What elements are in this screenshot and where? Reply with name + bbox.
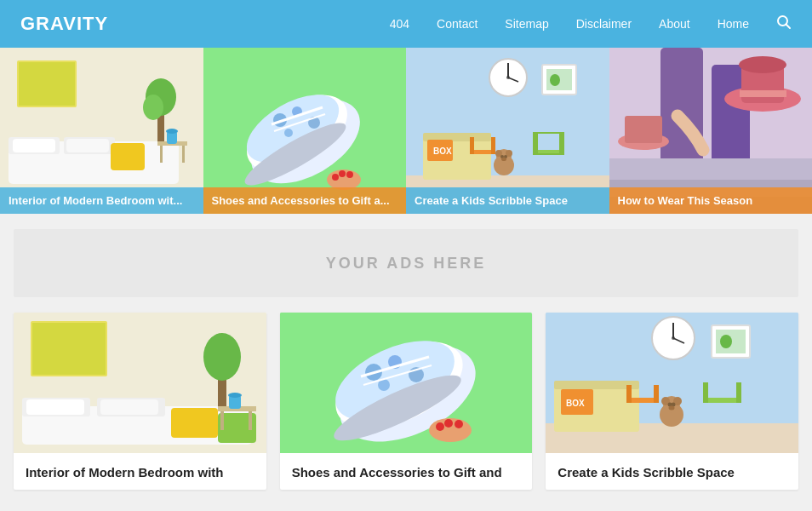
nav-item-home[interactable]: Home <box>718 17 749 31</box>
nav-item-about[interactable]: About <box>659 17 690 31</box>
svg-point-31 <box>346 171 353 178</box>
nav-item-404[interactable]: 404 <box>390 17 409 31</box>
svg-rect-9 <box>66 139 109 152</box>
card-shoes[interactable]: Shoes and Accessories to Gift and <box>280 313 533 490</box>
card-bedroom[interactable]: Interior of Modern Bedroom with <box>14 313 266 490</box>
svg-point-100 <box>455 420 463 428</box>
ads-banner: YOUR ADS HERE <box>14 229 798 297</box>
search-icon[interactable] <box>776 14 792 33</box>
cards-grid: Interior of Modern Bedroom with <box>0 313 812 507</box>
card-image-shoes <box>280 313 533 453</box>
nav-item-contact[interactable]: Contact <box>437 17 477 31</box>
svg-rect-15 <box>160 146 163 163</box>
svg-text:BOX: BOX <box>566 399 585 408</box>
card-title-bedroom: Interior of Modern Bedroom with <box>26 463 254 481</box>
card-body-kids: Create a Kids Scribble Space <box>546 453 798 490</box>
featured-slider: Interior of Modern Bedroom wit... <box>0 48 812 214</box>
svg-rect-73 <box>32 323 106 375</box>
card-body-bedroom: Interior of Modern Bedroom with <box>14 453 266 490</box>
card-body-shoes: Shoes and Accessories to Gift and <box>280 453 533 490</box>
svg-point-58 <box>501 158 506 161</box>
featured-caption-shoes: Shoes and Accessories to Gift a... <box>203 187 407 214</box>
svg-point-64 <box>739 56 786 73</box>
nav-item-sitemap[interactable]: Sitemap <box>505 17 548 31</box>
svg-rect-16 <box>182 146 185 163</box>
nav-item-disclaimer[interactable]: Disclaimer <box>576 17 632 31</box>
svg-point-82 <box>203 333 241 381</box>
svg-rect-51 <box>491 137 495 154</box>
svg-point-30 <box>339 170 346 177</box>
svg-point-108 <box>720 335 732 348</box>
card-kids[interactable]: BOX Create a Kids Scribbl <box>546 313 798 490</box>
ads-text: YOUR ADS HERE <box>326 255 486 273</box>
featured-item-kids[interactable]: BOX Create a Kids Scribble Spac <box>406 48 609 214</box>
svg-rect-85 <box>249 411 252 430</box>
svg-text:BOX: BOX <box>433 146 452 156</box>
svg-line-1 <box>786 25 791 29</box>
site-logo[interactable]: GRAVITY <box>20 13 108 35</box>
svg-point-87 <box>228 393 242 398</box>
svg-point-26 <box>284 129 293 137</box>
svg-point-29 <box>332 174 339 181</box>
svg-rect-116 <box>736 382 741 403</box>
featured-caption-kids: Create a Kids Scribble Space <box>406 187 609 214</box>
card-image-kids: BOX <box>546 313 798 453</box>
svg-rect-10 <box>111 143 145 170</box>
svg-rect-77 <box>26 399 84 415</box>
svg-rect-8 <box>13 139 55 152</box>
main-nav: 404 Contact Sitemap Disclaimer About Hom… <box>390 14 792 33</box>
card-image-bedroom <box>14 313 266 453</box>
svg-point-18 <box>166 129 178 134</box>
card-title-shoes: Shoes and Accessories to Gift and <box>292 463 521 481</box>
svg-point-99 <box>444 419 453 428</box>
header: GRAVITY 404 Contact Sitemap Disclaimer A… <box>0 0 812 48</box>
featured-item-shoes[interactable]: Shoes and Accessories to Gift a... <box>203 48 407 214</box>
card-title-kids: Create a Kids Scribble Space <box>558 463 786 481</box>
svg-rect-115 <box>703 382 708 403</box>
svg-point-39 <box>550 74 560 86</box>
svg-point-98 <box>436 422 444 431</box>
svg-rect-79 <box>171 408 218 438</box>
svg-rect-70 <box>625 116 662 143</box>
featured-item-fashion[interactable]: How to Wear This Season <box>609 48 813 214</box>
svg-rect-114 <box>703 398 741 403</box>
svg-rect-78 <box>100 399 158 415</box>
svg-rect-50 <box>470 137 474 154</box>
svg-point-13 <box>143 95 163 120</box>
svg-rect-119 <box>654 385 659 403</box>
svg-rect-65 <box>740 90 786 97</box>
svg-point-126 <box>669 406 675 411</box>
featured-caption-bedroom: Interior of Modern Bedroom wit... <box>0 187 203 214</box>
svg-rect-84 <box>220 411 224 430</box>
featured-caption-fashion: How to Wear This Season <box>609 187 813 214</box>
svg-rect-4 <box>19 62 75 106</box>
featured-item-bedroom[interactable]: Interior of Modern Bedroom wit... <box>0 48 203 214</box>
svg-rect-118 <box>626 385 632 403</box>
